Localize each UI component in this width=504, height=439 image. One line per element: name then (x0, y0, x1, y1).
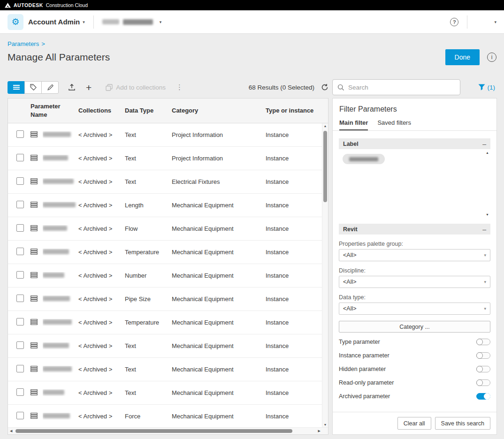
user-menu[interactable]: ▾ (476, 15, 496, 29)
module-title: Account Admin (28, 18, 80, 26)
parameter-name-blur (43, 390, 64, 395)
data-type-cell: Pipe Size (125, 295, 172, 303)
row-checkbox[interactable] (16, 248, 24, 255)
row-checkbox[interactable] (16, 318, 24, 325)
row-checkbox[interactable] (16, 201, 24, 208)
filter-field-select[interactable]: <All> ▾ (339, 249, 490, 261)
row-checkbox[interactable] (16, 154, 24, 161)
archive-icon (31, 295, 38, 302)
done-button[interactable]: Done (445, 49, 480, 65)
type-or-instance-cell: Instance (266, 295, 328, 303)
save-search-button[interactable]: Save this search (435, 417, 490, 430)
scroll-left-icon[interactable]: ◀ (10, 429, 12, 433)
data-type-cell: Text (125, 342, 172, 349)
row-checkbox[interactable] (16, 388, 24, 396)
header-divider (93, 15, 94, 29)
row-checkbox[interactable] (16, 177, 24, 185)
type-or-instance-cell: Instance (266, 131, 328, 138)
type-or-instance-cell: Instance (266, 178, 328, 185)
refresh-button[interactable] (321, 83, 328, 91)
table-row: < Archived > Length Mechanical Equipment… (8, 194, 328, 217)
scroll-right-icon[interactable]: ▶ (318, 429, 321, 433)
filter-toggle-button[interactable]: (1) (478, 84, 496, 91)
collections-cell: < Archived > (78, 249, 125, 256)
module-switcher-button[interactable]: ⚙ (8, 14, 23, 30)
scroll-up-icon[interactable]: ▲ (322, 124, 328, 128)
breadcrumb-separator: > (41, 40, 45, 47)
type-or-instance-cell: Instance (266, 225, 328, 232)
category-button[interactable]: Category ... (339, 321, 490, 333)
search-input[interactable] (348, 84, 455, 91)
toggle-switch[interactable] (476, 393, 490, 400)
collections-cell: < Archived > (78, 319, 125, 326)
horizontal-scroll-thumb[interactable] (15, 429, 292, 433)
parameter-name-blur (43, 155, 68, 160)
more-options-icon[interactable]: ⋮ (176, 83, 183, 91)
title-row: Manage All Parameters Done i (0, 47, 504, 65)
account-selector[interactable]: ▾ (102, 19, 162, 25)
vertical-scroll-thumb[interactable] (323, 131, 327, 202)
export-button[interactable] (67, 83, 76, 92)
type-or-instance-cell: Instance (266, 342, 328, 349)
revit-section-header[interactable]: Revit – (339, 224, 490, 235)
category-cell: Project Information (172, 131, 266, 138)
archive-icon (31, 249, 38, 255)
vertical-scrollbar[interactable]: ▲ ▼ (322, 123, 328, 427)
row-checkbox[interactable] (16, 412, 24, 419)
column-type-or-instance: Type or instance (266, 106, 328, 115)
toggle-switch[interactable] (476, 379, 490, 386)
category-cell: Mechanical Equipment (172, 319, 266, 326)
filter-field-select[interactable]: <All> ▾ (339, 303, 490, 315)
table-row: < Archived > Text Project Information In… (8, 147, 328, 170)
row-checkbox[interactable] (16, 341, 24, 349)
horizontal-scrollbar[interactable]: ◀ ▶ (8, 427, 328, 434)
toggle-switch[interactable] (476, 366, 490, 372)
filter-panel-title: Filter Parameters (333, 98, 496, 114)
row-checkbox[interactable] (16, 130, 24, 138)
plus-icon: + (86, 83, 92, 92)
label-section-header[interactable]: Label – (339, 138, 490, 149)
collapse-icon[interactable]: – (482, 140, 486, 148)
account-name-blur (123, 19, 153, 25)
chevron-down-icon[interactable]: ▾ (83, 20, 85, 24)
chevron-down-icon: ▾ (484, 280, 486, 284)
edit-view-button[interactable] (41, 81, 59, 94)
filter-field: Discipline: <All> ▾ (339, 267, 490, 288)
parameter-name-blur (43, 343, 69, 348)
label-scrollbar[interactable]: ▲ ▼ (484, 151, 490, 216)
breadcrumb-parameters-link[interactable]: Parameters (8, 40, 39, 47)
avatar (476, 15, 489, 29)
filter-field-select[interactable]: <All> ▾ (339, 276, 490, 288)
label-filter-content: ▲ ▼ (339, 149, 490, 218)
list-view-button[interactable] (8, 81, 25, 94)
filter-field-label: Data type: (339, 294, 490, 301)
parameter-name-blur (43, 249, 69, 254)
filter-field: Properties palette group: <All> ▾ (339, 241, 490, 261)
add-parameter-button[interactable]: + (85, 82, 92, 93)
add-to-collections-button[interactable]: Add to collections (106, 84, 166, 91)
label-view-button[interactable] (24, 81, 42, 94)
archive-icon (31, 319, 38, 325)
toggle-row: Instance parameter (339, 348, 490, 362)
category-cell: Mechanical Equipment (172, 389, 266, 396)
scroll-up-icon[interactable]: ▲ (484, 151, 490, 154)
clear-all-button[interactable]: Clear all (397, 417, 431, 430)
label-filter-chip[interactable] (343, 154, 385, 164)
row-checkbox[interactable] (16, 295, 24, 302)
tab-saved-filters[interactable]: Saved filters (377, 119, 411, 130)
info-icon[interactable]: i (487, 53, 496, 62)
scroll-down-icon[interactable]: ▼ (484, 213, 490, 216)
tab-main-filter[interactable]: Main filter (339, 119, 368, 130)
toggle-switch[interactable] (476, 339, 490, 345)
table-row: < Archived > Text Electrical Fixtures In… (8, 170, 328, 194)
category-cell: Mechanical Equipment (172, 225, 266, 232)
scroll-down-icon[interactable]: ▼ (322, 423, 328, 426)
row-checkbox[interactable] (16, 365, 24, 372)
row-checkbox[interactable] (16, 271, 24, 279)
column-data-type: Data Type (125, 106, 172, 115)
help-button[interactable]: ? (450, 18, 458, 26)
collapse-icon[interactable]: – (482, 226, 486, 233)
row-checkbox[interactable] (16, 224, 24, 232)
data-type-cell: Number (125, 272, 172, 279)
toggle-switch[interactable] (476, 352, 490, 359)
